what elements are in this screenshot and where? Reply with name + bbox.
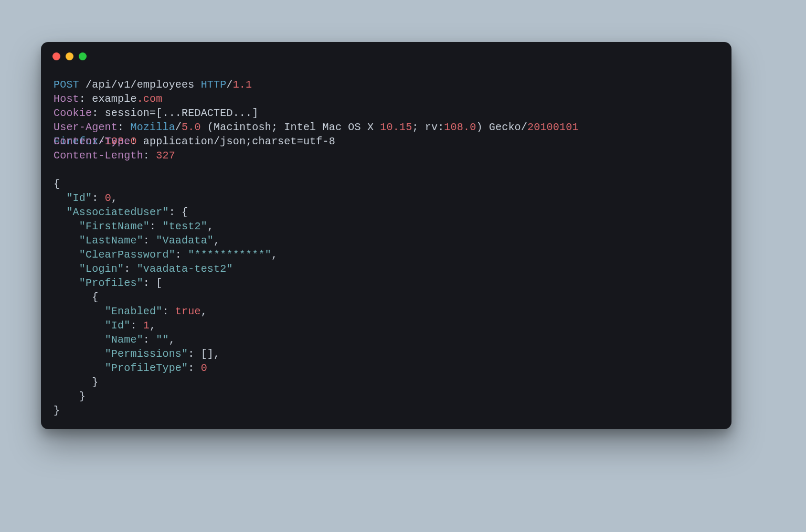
header-cookie-label: Cookie	[54, 107, 92, 119]
header-cl-label: Content-Length	[54, 150, 143, 162]
window-controls	[41, 42, 731, 65]
header-host-label: Host	[54, 93, 79, 105]
header-cookie-value: session=[...REDACTED...]	[105, 107, 259, 119]
http-version: 1.1	[233, 79, 252, 91]
minimize-icon[interactable]	[66, 52, 73, 60]
header-ua-label: User-Agent	[54, 121, 118, 133]
http-request-code: POST /api/v1/employees HTTP/1.1 Host: ex…	[41, 65, 731, 432]
http-method: POST	[54, 79, 79, 91]
http-protocol: HTTP	[201, 79, 227, 91]
http-path: /api/v1/employees	[86, 79, 194, 91]
terminal-window: POST /api/v1/employees HTTP/1.1 Host: ex…	[41, 42, 731, 429]
header-host-value: example	[92, 93, 136, 105]
header-cl-value: 327	[156, 150, 175, 162]
header-content-type-overlay: Content-Type: application/json;charset=u…	[54, 134, 335, 148]
maximize-icon[interactable]	[79, 52, 87, 60]
close-icon[interactable]	[52, 52, 60, 60]
